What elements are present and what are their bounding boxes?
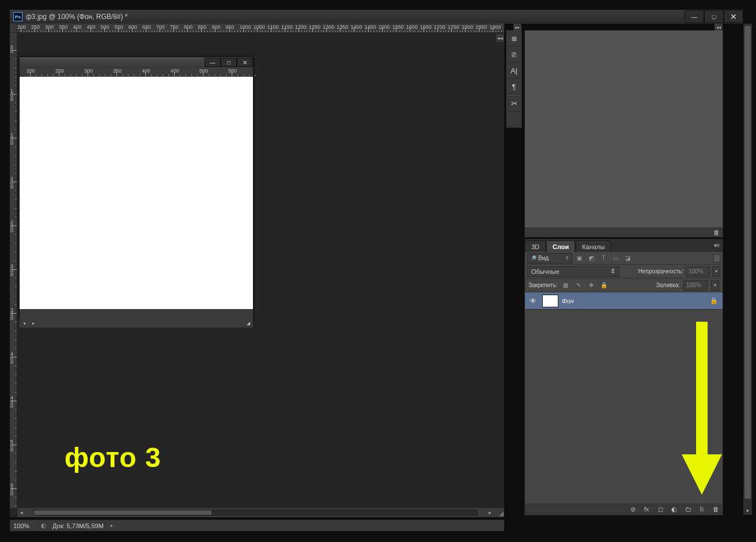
layer-lock-icon[interactable]: 🔒 (710, 297, 720, 304)
layer-mask-icon[interactable]: ◻ (656, 506, 665, 513)
lock-pixels-icon[interactable]: ✎ (574, 281, 583, 290)
float-play-icon[interactable]: ▸ (29, 319, 38, 327)
vertical-ruler[interactable]: 5010015020025030035040045050055060065070… (10, 33, 17, 508)
filter-adjustment-icon[interactable]: ◩ (587, 253, 596, 263)
filter-text-icon[interactable]: T (599, 253, 608, 263)
zoom-level[interactable]: 100% (10, 522, 40, 529)
layer-name[interactable]: Фон (562, 298, 706, 304)
filter-toggle-switch[interactable] (713, 254, 720, 262)
document-title: ф3.jpg @ 100% (Фон, RGB/8#) * (26, 13, 685, 21)
layer-style-icon[interactable]: fx (642, 506, 651, 513)
fill-label: Заливка: (656, 282, 680, 288)
layer-list: 👁 Фон 🔒 (525, 292, 723, 503)
layer-row[interactable]: 👁 Фон 🔒 (525, 292, 723, 310)
navigator-panel: ◂◂ 🗑 (524, 30, 723, 238)
lock-transparent-icon[interactable]: ▦ (561, 281, 570, 290)
lock-label: Закрепить: (528, 282, 558, 288)
navigator-footer: 🗑 (525, 227, 723, 237)
tab-layers[interactable]: Слои (546, 240, 575, 252)
scrollbar-track[interactable] (33, 510, 478, 515)
float-resize-grip-icon[interactable]: ◢ (244, 319, 253, 327)
scroll-left-icon[interactable]: ◂ (17, 509, 25, 517)
link-layers-icon[interactable]: ⊘ (628, 506, 637, 513)
close-button[interactable]: ✕ (724, 10, 743, 23)
resize-grip-icon[interactable]: ◢ (494, 508, 504, 517)
strip-collapse-icon[interactable]: ▸▸ (513, 24, 521, 31)
filter-pixel-icon[interactable]: ▣ (574, 253, 584, 263)
character-panel-icon[interactable]: A| (506, 63, 521, 79)
filter-shape-icon[interactable]: ▭ (611, 253, 621, 263)
fill-input[interactable]: 100% (683, 280, 708, 291)
horizontal-scrollbar[interactable]: ◂ ▸ ◢ (17, 508, 504, 517)
collapse-panels-icon[interactable]: ◂◂ (496, 34, 504, 42)
float-minimize-button[interactable]: — (205, 58, 221, 67)
chevron-updown-icon: ⇕ (610, 268, 615, 275)
navigator-trash-icon[interactable]: 🗑 (710, 229, 723, 236)
right-scroll-thumb[interactable] (744, 26, 751, 499)
panel-menu-icon[interactable]: ▾≡ (712, 241, 721, 249)
collapsed-panel-strip: ▸▸ ≣ ⎚ A| ¶ ✂ (506, 30, 522, 128)
filter-kind-dropdown[interactable]: 🔎Вид ⇕ (527, 253, 572, 264)
float-maximize-button[interactable]: □ (221, 58, 237, 67)
float-close-button[interactable]: ✕ (237, 58, 253, 67)
properties-panel-icon[interactable]: ≣ (506, 31, 521, 47)
annotation-label: фото 3 (65, 442, 161, 473)
maximize-button[interactable]: □ (704, 10, 724, 23)
navigator-collapse-icon[interactable]: ◂◂ (715, 24, 723, 31)
lock-all-icon[interactable]: 🔒 (599, 281, 608, 290)
filter-smartobject-icon[interactable]: ◪ (623, 253, 633, 263)
new-layer-icon[interactable]: ⎘ (697, 506, 706, 513)
scroll-right-icon[interactable]: ▸ (486, 509, 494, 517)
floating-window-titlebar[interactable]: — □ ✕ (20, 57, 253, 67)
float-status-bar: ◂ ▸ ◢ (20, 318, 253, 328)
minimize-button[interactable]: — (685, 10, 704, 23)
float-scroll-left-icon[interactable]: ◂ (20, 319, 29, 327)
tab-3d[interactable]: 3D (525, 240, 546, 252)
adjustments-panel-icon[interactable]: ⎚ (506, 47, 521, 63)
paragraph-panel-icon[interactable]: ¶ (506, 79, 521, 95)
right-scroll-down-icon[interactable]: ▾ (743, 507, 752, 515)
layer-filter-row: 🔎Вид ⇕ ▣ ◩ T ▭ ◪ (525, 252, 723, 265)
panel-tabs: 3D Слои Каналы ▾≡ (525, 239, 723, 252)
adjustment-layer-icon[interactable]: ◐ (670, 506, 679, 513)
horizontal-ruler[interactable]: 2002503003504004505005506006507007508008… (17, 24, 504, 33)
group-icon[interactable]: 🗀 (683, 506, 693, 513)
scrollbar-thumb[interactable] (34, 510, 211, 515)
opacity-input[interactable]: 100% (686, 266, 710, 277)
delete-layer-icon[interactable]: 🗑 (711, 506, 720, 513)
layer-thumbnail[interactable] (542, 295, 558, 307)
lock-position-icon[interactable]: ✥ (587, 281, 596, 290)
status-preview-icon[interactable]: ◐ (40, 522, 48, 530)
floating-document-window[interactable]: — □ ✕ 200250300350400450500550 ◂ ▸ ◢ (19, 57, 254, 319)
tab-channels[interactable]: Каналы (576, 240, 611, 252)
document-size[interactable]: Док: 5,73M/5,59M (48, 522, 108, 529)
float-horizontal-ruler[interactable]: 200250300350400450500550 (20, 67, 253, 77)
chevron-updown-icon: ⇕ (565, 255, 569, 261)
ruler-origin[interactable] (10, 24, 17, 33)
blend-opacity-row: Обычные ⇕ Непрозрачность: 100% ▾ (525, 265, 723, 278)
blend-mode-dropdown[interactable]: Обычные ⇕ (527, 266, 619, 277)
fill-slider-icon[interactable]: ▾ (711, 280, 719, 291)
float-canvas[interactable] (20, 77, 253, 309)
status-bar: 100% ◐ Док: 5,73M/5,59M ▸ (10, 520, 504, 531)
scissors-panel-icon[interactable]: ✂ (506, 95, 521, 111)
photoshop-icon: Ps (13, 12, 22, 21)
title-bar: Ps ф3.jpg @ 100% (Фон, RGB/8#) * — □ ✕ (10, 10, 743, 24)
layers-panel-footer: ⊘ fx ◻ ◐ 🗀 ⎘ 🗑 (525, 503, 723, 515)
opacity-slider-icon[interactable]: ▾ (712, 266, 720, 277)
search-icon: 🔎 (530, 255, 536, 261)
lock-fill-row: Закрепить: ▦ ✎ ✥ 🔒 Заливка: 100% ▾ (525, 278, 723, 292)
right-vertical-scrollbar[interactable]: ▾ (743, 24, 752, 515)
opacity-label: Непрозрачность: (638, 268, 683, 274)
layers-panel: 3D Слои Каналы ▾≡ 🔎Вид ⇕ ▣ ◩ T ▭ ◪ Обычн… (524, 239, 723, 515)
status-menu-icon[interactable]: ▸ (108, 523, 115, 528)
visibility-eye-icon[interactable]: 👁 (527, 297, 539, 305)
